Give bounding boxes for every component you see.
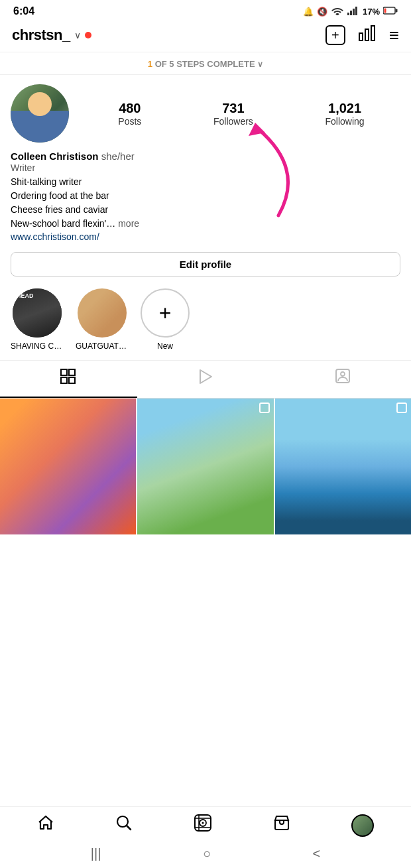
nav-reels-button[interactable] [194, 814, 212, 837]
svg-rect-6 [384, 8, 386, 13]
profile-top: 480 Posts 731 Followers 1,021 Following [11, 84, 400, 143]
photo-cell-3[interactable] [275, 399, 411, 534]
svg-rect-1 [350, 11, 352, 15]
highlight-add-icon: + [159, 302, 172, 324]
steps-label: OF 5 STEPS COMPLETE [152, 59, 255, 69]
android-back-button[interactable]: < [313, 846, 321, 861]
followers-count: 731 [213, 101, 253, 116]
highlight-item-1[interactable]: HEAD SHAVING CH... [11, 288, 64, 351]
header-left: chrstsn_ ∨ [12, 27, 91, 44]
highlights-row: HEAD SHAVING CH... GUATGUATGU... + New [0, 286, 411, 360]
svg-line-19 [127, 826, 131, 830]
tab-reels[interactable] [137, 361, 274, 398]
nav-search-button[interactable] [115, 814, 133, 836]
svg-rect-13 [61, 377, 67, 383]
svg-marker-15 [200, 370, 211, 383]
nav-icons-row [0, 807, 411, 842]
profile-occupation: Writer [11, 162, 400, 173]
highlight-label-new: New [157, 341, 173, 351]
followers-stat[interactable]: 731 Followers [213, 101, 253, 127]
battery-percent: 17% [363, 7, 380, 17]
username-label[interactable]: chrstsn_ [12, 27, 70, 44]
following-count: 1,021 [325, 101, 365, 116]
photo-cell-1[interactable] [0, 399, 136, 534]
menu-button[interactable]: ≡ [389, 27, 399, 44]
alarm-icon: 🔔 [303, 7, 314, 17]
analytics-button[interactable] [359, 25, 376, 45]
grid-icon [60, 369, 76, 389]
new-post-button[interactable]: + [325, 25, 345, 45]
bio-line-4: New-school bard flexin'… [11, 218, 115, 229]
header-actions: + ≡ [325, 25, 399, 45]
tab-grid[interactable] [0, 361, 137, 398]
display-name: Colleen Christison [11, 151, 99, 162]
followers-label: Followers [213, 116, 253, 127]
svg-rect-11 [61, 369, 67, 375]
following-stat[interactable]: 1,021 Following [325, 101, 365, 127]
tab-tagged[interactable] [274, 361, 411, 398]
mute-icon: 🔇 [317, 7, 327, 17]
content-tabs [0, 360, 411, 399]
bio-more[interactable]: more [115, 218, 139, 229]
highlight-new[interactable]: + New [141, 288, 190, 351]
nav-home-button[interactable] [37, 814, 54, 836]
android-recent-button[interactable]: ||| [91, 846, 101, 861]
tagged-person-icon [335, 369, 350, 389]
plus-icon: + [331, 29, 339, 42]
highlight-circle-2 [78, 288, 127, 338]
bio-line-2: Ordering food at the bar [11, 190, 109, 201]
app-header: chrstsn_ ∨ + ≡ [0, 20, 411, 52]
following-label: Following [325, 116, 365, 127]
svg-rect-14 [69, 377, 75, 383]
status-time: 6:04 [13, 5, 34, 17]
svg-rect-3 [355, 7, 357, 15]
notification-dot [85, 32, 91, 38]
photo-cell-2[interactable] [137, 399, 273, 534]
pronoun: she/her [99, 151, 135, 162]
nav-shop-button[interactable] [273, 814, 290, 836]
signal-icon [347, 6, 359, 17]
battery-icon [383, 7, 398, 17]
profile-stats: 480 Posts 731 Followers 1,021 Following [82, 101, 400, 127]
highlight-label-1: SHAVING CH... [11, 341, 64, 351]
status-icons: 🔔 🔇 17% [303, 6, 398, 17]
edit-profile-button[interactable]: Edit profile [11, 252, 400, 277]
profile-info: Colleen Christison she/her Writer Shit-t… [0, 151, 411, 243]
steps-complete-banner[interactable]: 1 OF 5 STEPS COMPLETE ∨ [0, 52, 411, 75]
profile-bio: Shit-talking writer Ordering food at the… [11, 175, 400, 231]
profile-website-link[interactable]: www.cchristison.com/ [11, 231, 99, 242]
bio-line-3: Cheese fries and caviar [11, 204, 108, 215]
android-home-button[interactable]: ○ [203, 846, 211, 861]
svg-rect-8 [365, 29, 369, 40]
svg-rect-5 [396, 9, 398, 12]
svg-rect-2 [353, 9, 355, 15]
profile-full-name: Colleen Christison she/her [11, 151, 400, 162]
steps-current: 1 [148, 59, 152, 69]
svg-rect-12 [69, 369, 75, 375]
profile-avatar[interactable] [11, 84, 69, 143]
posts-label: Posts [118, 116, 141, 127]
svg-point-17 [341, 372, 345, 376]
status-bar: 6:04 🔔 🔇 17% [0, 0, 411, 20]
highlight-item-2[interactable]: GUATGUATGU... [76, 288, 129, 351]
svg-rect-0 [347, 13, 349, 15]
wifi-icon [331, 6, 344, 17]
multi-image-indicator [259, 403, 270, 413]
svg-rect-9 [371, 26, 375, 40]
highlight-circle-1: HEAD [13, 288, 62, 338]
profile-section: 480 Posts 731 Followers 1,021 Following [0, 75, 411, 143]
multi-image-indicator-2 [396, 403, 407, 413]
reels-play-icon [198, 369, 213, 389]
svg-rect-7 [359, 33, 363, 40]
highlight-add-circle: + [141, 288, 190, 338]
steps-chevron[interactable]: ∨ [257, 60, 263, 69]
bottom-navigation: ||| ○ < [0, 806, 411, 868]
svg-point-22 [202, 822, 204, 824]
bio-line-1: Shit-talking writer [11, 176, 82, 187]
highlight-label-2: GUATGUATGU... [76, 341, 129, 351]
android-navigation: ||| ○ < [0, 842, 411, 868]
highlight-thumb-label-1: HEAD [17, 292, 34, 299]
account-switcher-chevron[interactable]: ∨ [74, 30, 81, 40]
nav-profile-button[interactable] [351, 814, 374, 837]
posts-stat[interactable]: 480 Posts [118, 101, 141, 127]
